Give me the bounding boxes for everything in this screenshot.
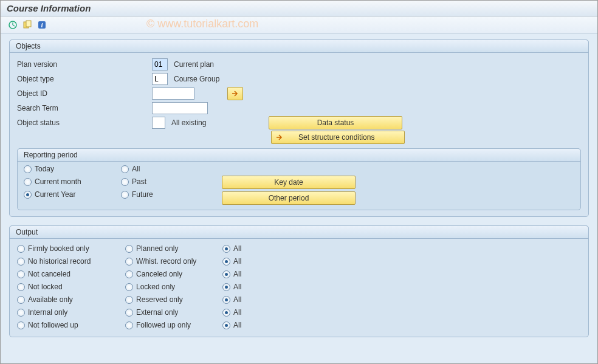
output-radio-r1-c3[interactable]: All — [222, 256, 283, 267]
object-type-label: Object type — [17, 75, 152, 83]
output-radio-r1-c1[interactable]: No historical record — [17, 256, 125, 267]
output-radio-r1-c2[interactable]: W/hist. record only — [125, 256, 222, 267]
output-radio-r3-c1[interactable]: Not locked — [17, 281, 125, 292]
object-id-input[interactable] — [152, 88, 194, 100]
variant-icon[interactable] — [21, 19, 33, 31]
radio-icon — [17, 309, 25, 317]
output-radio-r6-c1[interactable]: Not followed up — [17, 320, 125, 331]
output-group: Output Firmly booked onlyNo historical r… — [9, 225, 589, 337]
radio-label: Reserved only — [136, 295, 183, 304]
reporting-period-group: Reporting period TodayCurrent monthCurre… — [17, 148, 581, 210]
set-structure-button[interactable]: Set structure conditions — [271, 131, 405, 144]
radio-label: Firmly booked only — [28, 244, 89, 253]
output-radio-r2-c3[interactable]: All — [222, 269, 283, 280]
radio-icon — [17, 245, 25, 253]
arrow-right-icon — [275, 134, 284, 141]
radio-label: Current Year — [35, 190, 75, 199]
radio-icon — [125, 245, 133, 253]
output-radio-r4-c2[interactable]: Reserved only — [125, 294, 222, 305]
radio-icon — [125, 283, 133, 291]
info-icon[interactable]: i — [36, 19, 48, 31]
set-structure-label: Set structure conditions — [298, 133, 374, 142]
radio-icon — [222, 309, 230, 317]
reporting-radio-current-year[interactable]: Current Year — [24, 189, 121, 200]
radio-icon — [17, 321, 25, 329]
search-term-input[interactable] — [152, 102, 208, 114]
output-radio-r6-c2[interactable]: Followed up only — [125, 320, 222, 331]
object-type-desc: Course Group — [174, 75, 219, 83]
radio-label: Not locked — [28, 283, 63, 291]
object-id-label: Object ID — [17, 89, 152, 98]
radio-label: Available only — [28, 295, 73, 304]
radio-icon — [17, 283, 25, 291]
plan-version-input[interactable] — [152, 58, 168, 70]
radio-icon — [222, 245, 230, 253]
radio-label: Current month — [35, 177, 81, 186]
radio-label: Canceled only — [136, 270, 182, 278]
object-status-label: Object status — [17, 118, 152, 127]
watermark: © www.tutorialkart.com — [146, 18, 258, 30]
output-radio-r4-c1[interactable]: Available only — [17, 294, 125, 305]
object-status-input[interactable] — [152, 117, 165, 129]
output-radio-r3-c3[interactable]: All — [222, 281, 283, 292]
radio-icon — [121, 178, 129, 186]
radio-label: All — [233, 308, 241, 317]
multiple-selection-button[interactable] — [227, 87, 243, 100]
output-radio-r5-c2[interactable]: External only — [125, 307, 222, 318]
reporting-radio-future[interactable]: Future — [121, 189, 218, 200]
reporting-radio-current-month[interactable]: Current month — [24, 176, 121, 187]
radio-label: All — [233, 257, 241, 266]
reporting-radio-past[interactable]: Past — [121, 176, 218, 187]
output-radio-r5-c1[interactable]: Internal only — [17, 307, 125, 318]
svg-line-2 — [13, 25, 15, 26]
output-radio-r3-c2[interactable]: Locked only — [125, 281, 222, 292]
radio-label: Not followed up — [28, 321, 78, 329]
radio-icon — [125, 258, 133, 266]
radio-label: All — [132, 165, 140, 173]
objects-group: Objects Plan version Current plan Object… — [9, 39, 589, 217]
output-radio-r0-c2[interactable]: Planned only — [125, 243, 222, 254]
output-radio-r6-c3[interactable]: All — [222, 320, 283, 331]
radio-icon — [125, 270, 133, 278]
page-title: Course Information — [1, 1, 597, 16]
reporting-radio-all[interactable]: All — [121, 163, 218, 174]
radio-icon — [17, 296, 25, 304]
radio-icon — [24, 178, 32, 186]
radio-label: Internal only — [28, 308, 67, 317]
plan-version-label: Plan version — [17, 60, 152, 69]
data-status-button[interactable]: Data status — [269, 116, 402, 129]
output-radio-r4-c3[interactable]: All — [222, 294, 283, 305]
execute-icon[interactable] — [7, 19, 19, 31]
output-legend: Output — [9, 225, 589, 239]
radio-label: All — [233, 244, 241, 253]
output-radio-r5-c3[interactable]: All — [222, 307, 283, 318]
radio-label: All — [233, 295, 241, 304]
radio-icon — [17, 258, 25, 266]
plan-version-desc: Current plan — [174, 60, 214, 69]
output-radio-r0-c1[interactable]: Firmly booked only — [17, 243, 125, 254]
radio-label: Locked only — [136, 283, 175, 291]
output-radio-r0-c3[interactable]: All — [222, 243, 283, 254]
radio-icon — [222, 270, 230, 278]
radio-icon — [125, 296, 133, 304]
radio-icon — [125, 309, 133, 317]
svg-rect-4 — [26, 21, 31, 27]
radio-icon — [121, 165, 129, 173]
radio-label: No historical record — [28, 257, 91, 266]
radio-icon — [222, 321, 230, 329]
toolbar: i © www.tutorialkart.com — [1, 16, 597, 33]
output-radio-r2-c2[interactable]: Canceled only — [125, 269, 222, 280]
radio-label: External only — [136, 308, 178, 317]
radio-label: All — [233, 270, 241, 278]
radio-icon — [121, 191, 129, 199]
other-period-button[interactable]: Other period — [222, 191, 356, 205]
radio-icon — [17, 270, 25, 278]
output-radio-r2-c1[interactable]: Not canceled — [17, 269, 125, 280]
radio-label: Past — [132, 177, 146, 186]
radio-icon — [222, 283, 230, 291]
object-type-input[interactable] — [152, 73, 168, 85]
key-date-button[interactable]: Key date — [222, 176, 356, 189]
reporting-radio-today[interactable]: Today — [24, 163, 121, 174]
object-status-desc: All existing — [171, 118, 269, 127]
radio-icon — [24, 191, 32, 199]
